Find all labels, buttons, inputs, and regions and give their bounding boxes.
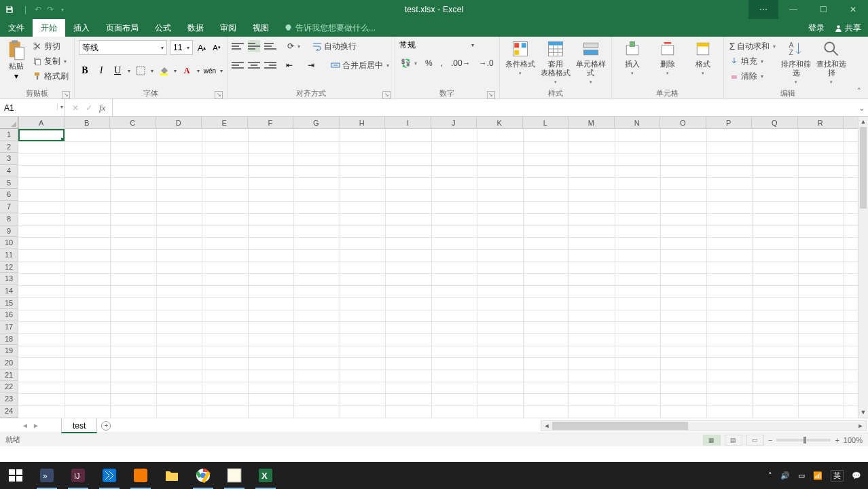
zoom-slider[interactable] (776, 439, 831, 441)
paste-button[interactable]: 粘贴 ▾ (4, 39, 29, 81)
fx-icon[interactable]: fx (99, 103, 105, 113)
row-header[interactable]: 17 (0, 321, 18, 333)
view-normal-icon[interactable]: ▦ (703, 435, 721, 446)
conditional-format-button[interactable]: 条件格式▾ (504, 39, 537, 88)
row-header[interactable]: 6 (0, 189, 18, 201)
increase-decimal-icon[interactable]: .00→ (450, 56, 472, 70)
fill-button[interactable]: 填充▾ (728, 54, 778, 68)
row-header[interactable]: 3 (0, 153, 18, 165)
taskbar-explorer[interactable] (156, 462, 187, 489)
hscroll-thumb[interactable] (552, 422, 688, 430)
format-painter-button[interactable]: 格式刷 (31, 69, 70, 83)
format-table-button[interactable]: 套用 表格格式▾ (539, 39, 572, 88)
col-header[interactable]: M (568, 117, 615, 128)
tray-chevron-icon[interactable]: ˄ (768, 471, 772, 480)
align-left-icon[interactable] (232, 59, 244, 71)
horizontal-scrollbar[interactable]: ◄ ► (541, 420, 867, 431)
maximize-icon[interactable]: ☐ (808, 0, 838, 19)
accept-formula-icon[interactable]: ✓ (86, 103, 92, 113)
comma-button[interactable]: , (439, 56, 444, 70)
formula-input[interactable] (113, 99, 856, 116)
scroll-left-icon[interactable]: ◄ (541, 422, 552, 429)
tab-review[interactable]: 审阅 (212, 19, 245, 37)
currency-button[interactable]: 💱▾ (399, 56, 418, 70)
col-header[interactable]: R (798, 117, 844, 128)
tab-insert[interactable]: 插入 (65, 19, 98, 37)
row-header[interactable]: 11 (0, 249, 18, 261)
row-header[interactable]: 19 (0, 345, 18, 357)
select-all-button[interactable] (0, 117, 18, 129)
cancel-formula-icon[interactable]: ✕ (72, 103, 79, 113)
window-options-icon[interactable]: ⋯ (748, 0, 778, 19)
row-header[interactable]: 18 (0, 333, 18, 346)
number-dialog-icon[interactable]: ↘ (487, 91, 495, 99)
tab-file[interactable]: 文件 (0, 19, 33, 37)
vertical-scrollbar[interactable]: ▲ ▼ (858, 117, 868, 418)
clipboard-dialog-icon[interactable]: ↘ (62, 91, 70, 99)
col-header[interactable]: K (477, 117, 523, 128)
clear-button[interactable]: 清除▾ (728, 69, 778, 83)
font-dialog-icon[interactable]: ↘ (215, 91, 223, 99)
sheet-nav-prev-icon[interactable]: ◄ (22, 422, 29, 429)
scroll-down-icon[interactable]: ▼ (858, 408, 868, 418)
italic-button[interactable]: I (95, 65, 107, 77)
col-header[interactable]: O (660, 117, 706, 128)
delete-cells-button[interactable]: 删除▾ (651, 39, 684, 88)
number-format-select[interactable]: 常规▾ (399, 39, 474, 51)
taskbar-app-3[interactable] (94, 462, 125, 489)
share-button[interactable]: 共享 (834, 22, 861, 34)
find-select-button[interactable]: 查找和选择▾ (815, 39, 848, 88)
wrap-text-button[interactable]: 自动换行 (311, 39, 358, 53)
undo-icon[interactable]: ↶ (32, 3, 44, 16)
col-header[interactable]: G (293, 117, 340, 128)
font-color-button[interactable]: A (181, 65, 193, 77)
start-button[interactable] (0, 462, 31, 489)
row-header[interactable]: 15 (0, 297, 18, 310)
zoom-value[interactable]: 100% (844, 436, 863, 444)
increase-font-icon[interactable]: A▴ (196, 41, 208, 54)
align-center-icon[interactable] (248, 59, 260, 71)
zoom-in-icon[interactable]: + (835, 436, 839, 444)
col-header[interactable]: D (156, 117, 202, 128)
percent-button[interactable]: % (424, 56, 434, 70)
row-header[interactable]: 4 (0, 165, 18, 177)
row-header[interactable]: 8 (0, 213, 18, 225)
row-header[interactable]: 14 (0, 285, 18, 297)
align-middle-icon[interactable] (248, 40, 260, 52)
redo-icon[interactable]: ↷ (44, 3, 56, 16)
row-header[interactable]: 2 (0, 141, 18, 153)
align-right-icon[interactable] (264, 59, 276, 71)
increase-indent-icon[interactable]: ⇥ (308, 59, 320, 71)
cells-area[interactable] (18, 129, 858, 418)
name-box[interactable]: A1▾ (0, 99, 65, 116)
row-header[interactable]: 1 (0, 129, 18, 141)
col-header[interactable]: Q (752, 117, 798, 128)
decrease-font-icon[interactable]: A▾ (211, 41, 223, 54)
row-header[interactable]: 21 (0, 369, 18, 382)
add-sheet-button[interactable]: + (97, 418, 115, 433)
row-header[interactable]: 16 (0, 309, 18, 321)
underline-button[interactable]: U (111, 65, 124, 77)
taskbar-chrome[interactable] (187, 462, 219, 489)
row-header[interactable]: 23 (0, 393, 18, 405)
col-header[interactable]: C (110, 117, 156, 128)
zoom-out-icon[interactable]: − (768, 436, 772, 444)
sheet-nav-next-icon[interactable]: ► (33, 422, 39, 429)
login-button[interactable]: 登录 (808, 22, 825, 34)
row-header[interactable]: 7 (0, 201, 18, 213)
col-header[interactable]: H (340, 117, 386, 128)
tray-ime[interactable]: 英 (831, 470, 844, 482)
save-icon[interactable] (0, 0, 19, 19)
border-button[interactable] (134, 65, 147, 77)
col-header[interactable]: N (615, 117, 661, 128)
col-header[interactable]: J (431, 117, 477, 128)
bold-button[interactable]: B (79, 65, 91, 77)
taskbar-app-1[interactable]: » (31, 462, 62, 489)
view-page-layout-icon[interactable]: ▤ (725, 435, 742, 446)
col-header[interactable]: A (18, 117, 65, 128)
fill-color-button[interactable] (158, 65, 170, 77)
row-header[interactable]: 9 (0, 225, 18, 238)
cell-styles-button[interactable]: 单元格样式▾ (575, 39, 607, 88)
expand-formula-icon[interactable]: ⌄ (856, 99, 868, 116)
collapse-ribbon-icon[interactable]: ˄ (853, 85, 865, 97)
